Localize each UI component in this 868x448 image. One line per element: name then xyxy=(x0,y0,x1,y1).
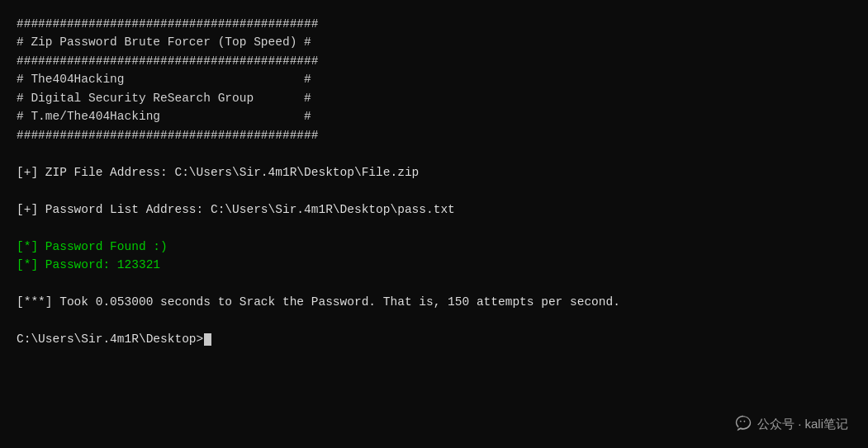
terminal-line-author3: # T.me/The404Hacking # xyxy=(17,107,851,125)
terminal-line-border1: ########################################… xyxy=(17,15,851,33)
terminal-line-pass_addr: [+] Password List Address: C:\Users\Sir.… xyxy=(17,200,851,219)
terminal-line-border3: ########################################… xyxy=(17,126,851,144)
terminal-content: ########################################… xyxy=(17,15,851,348)
terminal-line-zip_addr: [+] ZIP File Address: C:\Users\Sir.4m1R\… xyxy=(17,163,851,182)
terminal-line-author2: # Digital Security ReSearch Group # xyxy=(17,89,851,107)
terminal-line-pass_value: [*] Password: 123321 xyxy=(17,256,851,274)
terminal-empty-line xyxy=(17,312,851,330)
terminal-line-border2: ########################################… xyxy=(17,52,851,70)
terminal-empty-line xyxy=(17,219,851,237)
watermark: 公众号 · kali笔记 xyxy=(734,414,848,433)
terminal-window: ########################################… xyxy=(0,0,868,448)
watermark-text: 公众号 · kali笔记 xyxy=(757,414,848,433)
wechat-icon xyxy=(734,414,752,432)
terminal-empty-line xyxy=(17,182,851,200)
terminal-line-pass_found: [*] Password Found :) xyxy=(17,238,851,256)
terminal-line-title: # Zip Password Brute Forcer (Top Speed) … xyxy=(17,33,851,51)
terminal-empty-line xyxy=(17,275,851,293)
terminal-cursor xyxy=(204,333,211,346)
terminal-line-prompt: C:\Users\Sir.4m1R\Desktop> xyxy=(17,330,851,348)
terminal-empty-line xyxy=(17,144,851,163)
terminal-line-timing: [***] Took 0.053000 seconds to Srack the… xyxy=(17,293,851,311)
terminal-line-author1: # The404Hacking # xyxy=(17,70,851,88)
